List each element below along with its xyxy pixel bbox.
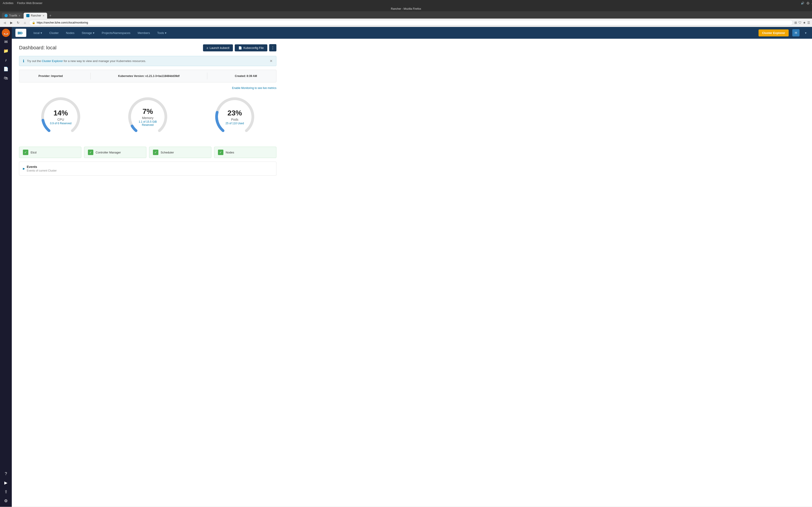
status-card-label-etcd: Etcd (31, 151, 37, 154)
info-banner-text: Try out the Cluster Explorer for a new w… (27, 59, 267, 63)
gauge-label-cpu: CPU (50, 118, 71, 121)
sidebar-icon-libreoffice[interactable]: 📄 (2, 65, 10, 73)
events-section: ▶ Events Events of current Cluster (19, 162, 276, 176)
app-layout: 🦊 ✉ 📁 ♪ 📄 🛍 ? ▶ ⇧ ⚙ local ▾ C (0, 27, 812, 507)
file-icon: 📄 (238, 46, 242, 50)
rancher-favicon (26, 14, 30, 17)
url-input[interactable] (37, 21, 790, 24)
cluster-explorer-button[interactable]: Cluster Explorer (759, 30, 789, 37)
nav-cluster[interactable]: Cluster (48, 30, 60, 36)
more-actions-button[interactable]: ⋮ (269, 44, 276, 51)
home-button[interactable]: ⌂ (22, 20, 28, 25)
status-cards: ✓ Etcd ✓ Controller Manager ✓ Scheduler … (19, 147, 276, 158)
header-actions: ≥ Launch kubectl 📄 Kubeconfig File ⋮ (203, 44, 276, 51)
hamburger-icon[interactable]: ☰ (807, 21, 810, 24)
forward-button[interactable]: ▶ (9, 20, 14, 25)
lock-icon: 🔒 (32, 21, 35, 24)
nav-projects[interactable]: Projects/Namespaces (100, 30, 132, 36)
status-card-label-nodes: Nodes (226, 151, 234, 154)
kubeconfig-button[interactable]: 📄 Kubeconfig File (235, 44, 267, 51)
cluster-info: Provider: Imported Kubernetes Version: v… (19, 70, 276, 82)
sidebar-icon-help[interactable]: ? (2, 470, 10, 478)
gauge-memory: 7% Memory 1.1 of 15.5 GiB Reserved (106, 94, 189, 139)
status-check-etcd: ✓ (23, 150, 28, 155)
sidebar-icon-settings[interactable]: ⚙ (2, 497, 10, 505)
nav-local[interactable]: local ▾ (32, 30, 44, 36)
status-card-controller-manager: ✓ Controller Manager (84, 147, 146, 158)
gauge-percent-pods: 23% (225, 109, 244, 117)
gauge-cpu: 14% CPU 0.9 of 6 Reserved (19, 94, 102, 139)
sidebar-icon-rhythmbox[interactable]: ♪ (2, 56, 10, 64)
bookmark-icon[interactable]: ★ (803, 21, 806, 24)
events-title: Events (27, 165, 57, 169)
user-chevron[interactable]: ▾ (803, 30, 808, 36)
browser-title-bar: Rancher - Mozilla Firefox (0, 6, 812, 11)
sidebar-icon-update[interactable]: ⇧ (2, 488, 10, 496)
info-icon: ℹ (23, 59, 24, 63)
browser-toolbar: ◀ ▶ ↻ ⌂ 🔒 ⊞ 🛡 ★ ☰ (0, 18, 812, 27)
cluster-explorer-link[interactable]: Cluster Explorer (42, 59, 63, 63)
tab-traefik[interactable]: Traefik ✕ (2, 13, 23, 18)
refresh-button[interactable]: ↻ (15, 20, 21, 25)
tab-traefik-close[interactable]: ✕ (18, 14, 20, 17)
back-button[interactable]: ◀ (2, 20, 7, 25)
activities-label[interactable]: Activities (3, 2, 13, 5)
nav-members[interactable]: Members (136, 30, 152, 36)
tab-rancher[interactable]: Rancher ✕ (23, 13, 47, 18)
os-bar: Activities Firefox Web Browser Jul 4 08:… (0, 0, 812, 6)
gauge-sublabel-pods: 25 of 110 Used (225, 122, 244, 125)
sidebar-icon-files[interactable]: 📁 (2, 47, 10, 55)
gauge-sublabel-memory: 1.1 of 15.5 GiB Reserved (136, 120, 159, 126)
toolbar-actions: ⊞ 🛡 ★ ☰ (794, 21, 810, 24)
cluster-provider: Provider: Imported (39, 74, 63, 78)
sidebar-icon-mail[interactable]: ✉ (2, 38, 10, 46)
address-bar[interactable]: 🔒 (29, 20, 793, 25)
status-card-label-scheduler: Scheduler (161, 151, 174, 154)
gauge-svg-cpu: 14% CPU 0.9 of 6 Reserved (38, 94, 83, 139)
gauge-label-memory: Memory (136, 116, 159, 120)
traefik-favicon (5, 14, 8, 17)
nav-storage[interactable]: Storage ▾ (80, 30, 97, 36)
divider-2 (207, 73, 207, 79)
status-check-nodes: ✓ (218, 150, 223, 155)
events-expand-icon[interactable]: ▶ (23, 167, 25, 170)
cluster-k8s-version: Kubernetes Version: v1.21.1-3+ba118484dd… (118, 74, 180, 78)
rancher-logo (15, 29, 26, 37)
status-card-nodes: ✓ Nodes (214, 147, 276, 158)
page-title: Dashboard: local (19, 45, 56, 51)
os-controls: 🔊⏻ (801, 2, 809, 5)
tab-add-button[interactable]: + (48, 13, 53, 18)
browser-title: Rancher - Mozilla Firefox (391, 7, 421, 10)
gauge-svg-pods: 23% Pods 25 of 110 Used (212, 94, 257, 139)
cluster-created: Created: 8:39 AM (235, 74, 257, 78)
info-banner-close[interactable]: ✕ (270, 59, 272, 63)
divider-1 (90, 73, 91, 79)
user-avatar[interactable]: H (792, 29, 800, 37)
sidebar-icon-firefox[interactable]: 🦊 (2, 29, 10, 37)
gauge-center-memory: 7% Memory 1.1 of 15.5 GiB Reserved (136, 107, 159, 126)
tab-rancher-close[interactable]: ✕ (43, 14, 44, 17)
nav-tools[interactable]: Tools ▾ (155, 30, 168, 36)
gauge-percent-cpu: 14% (50, 109, 71, 117)
sidebar-icon-software[interactable]: 🛍 (2, 74, 10, 82)
local-chevron-icon: ▾ (41, 31, 42, 35)
gauge-pods: 23% Pods 25 of 110 Used (193, 94, 276, 139)
status-check-scheduler: ✓ (153, 150, 158, 155)
status-card-label-controller-manager: Controller Manager (96, 151, 121, 154)
sidebar-icon-terminal[interactable]: ▶ (2, 479, 10, 487)
enable-monitoring-link[interactable]: Enable Monitoring to see live metrics (232, 87, 276, 90)
extensions-icon[interactable]: ⊞ (794, 21, 797, 24)
sidebar: 🦊 ✉ 📁 ♪ 📄 🛍 ? ▶ ⇧ ⚙ (0, 27, 12, 507)
tab-bar: Traefik ✕ Rancher ✕ + (0, 11, 812, 18)
tools-chevron-icon: ▾ (165, 31, 166, 35)
nav-nodes[interactable]: Nodes (64, 30, 77, 36)
gauges-row: 14% CPU 0.9 of 6 Reserved 7% Memory 1.1 … (19, 94, 276, 139)
rancher-nav: local ▾ Cluster Nodes Storage ▾ Projects… (12, 27, 812, 39)
info-banner: ℹ Try out the Cluster Explorer for a new… (19, 56, 276, 66)
launch-kubectl-button[interactable]: ≥ Launch kubectl (203, 44, 233, 51)
tab-rancher-label: Rancher (31, 14, 41, 17)
browser-app-name: Firefox Web Browser (17, 2, 42, 5)
gauge-center-cpu: 14% CPU 0.9 of 6 Reserved (50, 109, 71, 125)
gauge-center-pods: 23% Pods 25 of 110 Used (225, 109, 244, 125)
gauge-label-pods: Pods (225, 118, 244, 121)
